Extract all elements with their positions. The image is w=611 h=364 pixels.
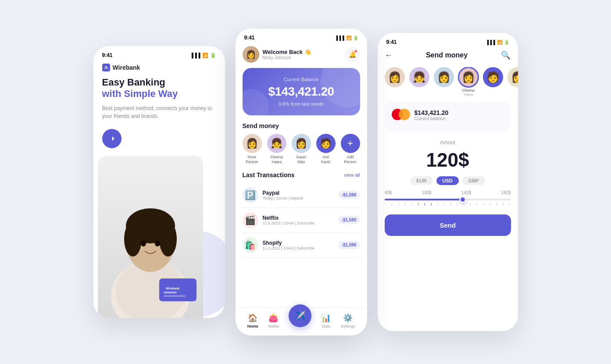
slider-thumb[interactable] (459, 196, 466, 203)
status-bar-2: 9:41 ▐▐▐ 📶 🔋 (236, 29, 367, 44)
amount-section: Amout 120$ (378, 139, 518, 171)
screen1-content: Easy Banking with Simple Way Best paymen… (93, 77, 225, 148)
add-contact-button[interactable]: + (341, 134, 360, 153)
recipient-2[interactable]: 👧 (409, 67, 429, 96)
balance-change: 3.6% from last month (251, 101, 351, 107)
svg-rect-12 (164, 295, 186, 297)
slider-label-240: 240$ (501, 190, 511, 195)
svg-point-5 (124, 221, 142, 257)
transaction-paypal: 🅿️ Paypal Today | 10AM | Deposit -$1,590 (243, 183, 360, 208)
add-contact[interactable]: + Add Person (341, 134, 360, 164)
notification-button[interactable]: 🔔 (345, 47, 360, 62)
stats-label: Stats (322, 324, 331, 328)
send-center-button[interactable]: ✈️ (289, 304, 311, 327)
get-started-button[interactable] (102, 129, 121, 148)
contact-avatar-nore: 👩 (243, 134, 262, 153)
signal-icon-2: ▐▐▐ (335, 36, 344, 40)
currency-gbp[interactable]: GBP (462, 176, 485, 185)
wallet-icon: 👛 (268, 313, 278, 323)
tick-11 (450, 203, 451, 206)
tick-10 (444, 203, 445, 206)
contact-gauri[interactable]: 👩 Gauri Idao (292, 134, 311, 164)
wifi-icon: 📶 (202, 53, 208, 58)
paypal-date: Today | 10AM | Deposit (263, 196, 334, 200)
recipient-name-cleena: Cleena (458, 88, 479, 93)
recipient-3[interactable]: 👩 (434, 67, 454, 96)
transactions-title: Last Transactions (243, 171, 295, 178)
contact-subname-cleena: Yaara (267, 160, 286, 164)
battery-icon: 🔋 (210, 53, 216, 58)
tick-16 (483, 203, 484, 206)
battery-icon-3: 🔋 (504, 40, 509, 45)
status-time-3: 9:41 (386, 39, 397, 45)
recipient-6[interactable]: 👩 (507, 67, 518, 96)
nav-wallet[interactable]: 👛 Wallet (268, 313, 279, 328)
contacts-row: 👩 Nore Parizer 👧 Cleena Yaara 👩 Gauri Id… (236, 134, 367, 171)
recipients-row: 👩 👧 👩 👩 Cleena Yaara 🧑 👩 👤 (378, 67, 518, 102)
tick-2 (392, 203, 392, 206)
svg-point-8 (155, 240, 160, 246)
balance-label: Current Balance (251, 77, 351, 82)
recipient-cleena[interactable]: 👩 Cleena Yaara (458, 67, 479, 96)
shopify-icon: 🛍️ (243, 237, 258, 253)
home-icon: 🏠 (248, 313, 257, 323)
contact-cleena[interactable]: 👧 Cleena Yaara (267, 134, 286, 164)
tick-8 (431, 203, 432, 206)
screen3-send-money: 9:41 ▐▐▐ 📶 🔋 ← Send money 🔍 👩 👧 👩 👩 Clee… (378, 33, 518, 331)
netflix-amount: -$1,590 (338, 216, 360, 224)
nav-stats[interactable]: 📊 Stats (321, 313, 331, 328)
recipient-1[interactable]: 👩 (385, 67, 405, 96)
netflix-date: 11.6.2022 | 10AM | Subscribe (263, 221, 334, 225)
recipient-5[interactable]: 🧑 (483, 67, 503, 96)
settings-icon: ⚙️ (343, 313, 353, 323)
signal-icon: ▐▐▐ (190, 53, 200, 58)
contact-nore[interactable]: 👩 Nore Parizer (243, 134, 262, 164)
currency-eur[interactable]: EUR (410, 176, 432, 185)
add-label: Add (341, 155, 360, 160)
svg-rect-11 (164, 292, 177, 293)
slider-track[interactable] (385, 199, 511, 200)
mastercard-icon (392, 109, 411, 121)
back-button[interactable]: ← (385, 51, 393, 60)
recipient-avatar-cleena: 👩 (458, 67, 479, 87)
slider-fill (385, 199, 463, 200)
tick-6 (418, 203, 418, 206)
tick-12 (457, 203, 457, 206)
slider-label-140: 140$ (461, 190, 471, 195)
send-button[interactable]: Send (385, 214, 511, 236)
search-button[interactable]: 🔍 (501, 50, 511, 60)
bottom-navigation: 🏠 Home 👛 Wallet ✈️ 📊 Stats ⚙️ Settings (236, 307, 367, 335)
contact-subname-nore: Parizer (243, 160, 262, 164)
settings-label: Settings (341, 324, 355, 328)
view-all-link[interactable]: view all (344, 172, 360, 178)
recipient-avatar-2: 👧 (409, 67, 429, 87)
nav-settings[interactable]: ⚙️ Settings (341, 313, 355, 328)
svg-point-6 (159, 221, 177, 257)
headline-purple: with Simple Way (102, 88, 216, 100)
tick-4 (405, 203, 405, 206)
amount-label: Amout (388, 139, 507, 146)
nav-home[interactable]: 🏠 Home (247, 313, 258, 328)
paypal-amount: -$1,590 (338, 191, 360, 199)
contact-anil[interactable]: 🧑 Anil Karel (316, 134, 336, 164)
currency-tabs: EUR USD GBP (378, 176, 518, 185)
home-label: Home (247, 324, 258, 328)
balance-amount: $143,421.20 (251, 85, 351, 99)
tick-20 (509, 203, 510, 206)
transaction-shopify: 🛍️ Shopify 11.6.2022 | 10AM | Subscribe … (243, 233, 360, 258)
netflix-info: Netflix 11.6.2022 | 10AM | Subscribe (263, 215, 334, 225)
send-money-title: Send money (243, 122, 279, 129)
svg-rect-9 (159, 278, 197, 301)
wifi-icon-3: 📶 (497, 40, 502, 45)
status-bar-1: 9:41 ▐▐▐ 📶 🔋 (93, 46, 225, 61)
tick-13 (464, 203, 464, 206)
contact-subname-gauri: Idao (292, 160, 311, 164)
shopify-name: Shopify (263, 240, 334, 246)
card-balance-label: Current balance (414, 116, 449, 121)
paypal-name: Paypal (263, 190, 334, 196)
greeting-text: Welcome Back 👋 (263, 49, 311, 55)
tick-7 (425, 203, 425, 206)
contact-name-anil: Anil (316, 155, 336, 160)
currency-usd[interactable]: USD (436, 176, 459, 185)
tick-19 (503, 203, 504, 206)
